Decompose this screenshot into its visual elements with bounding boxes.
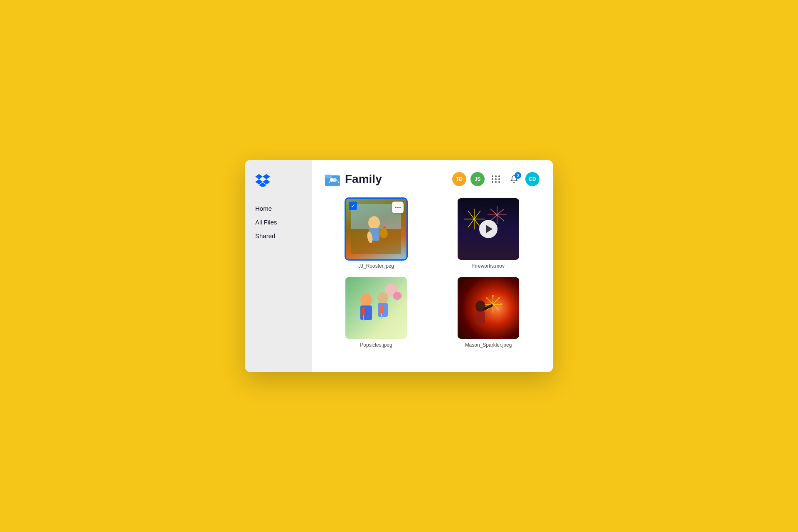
header-left: Family [325, 172, 382, 187]
svg-point-30 [393, 292, 401, 300]
thumbnail-rooster[interactable]: ✓ [345, 198, 407, 260]
sidebar-item-home[interactable]: Home [255, 205, 302, 212]
play-overlay[interactable] [479, 220, 498, 238]
header-right: TD JS [452, 172, 539, 186]
svg-point-9 [379, 228, 388, 238]
svg-point-50 [500, 303, 502, 305]
thumbnail-popsicles[interactable] [345, 277, 407, 339]
svg-rect-35 [362, 307, 365, 315]
svg-rect-53 [476, 311, 485, 324]
svg-rect-1 [325, 175, 332, 178]
svg-point-31 [360, 294, 372, 306]
checkmark-icon: ✓ [351, 203, 355, 209]
svg-point-51 [486, 297, 488, 299]
play-icon [486, 225, 493, 233]
avatar-js[interactable]: JS [470, 172, 485, 186]
user-avatar[interactable]: CD [525, 172, 539, 186]
header: Family TD JS [325, 172, 539, 187]
dropbox-logo [255, 173, 302, 188]
file-name-fireworks: Fireworks.mov [472, 263, 505, 269]
file-name-rooster: JJ_Rooster.jpeg [358, 263, 394, 269]
svg-point-48 [492, 295, 494, 297]
app-window: Home All Files Shared Family TD JS [245, 160, 553, 372]
thumbnail-sparkler[interactable] [458, 277, 519, 339]
file-name-popsicles: Popsicles.jpeg [360, 342, 392, 348]
svg-rect-28 [345, 277, 407, 339]
grid-icon [492, 175, 500, 183]
file-item-rooster[interactable]: ✓ [325, 198, 427, 269]
notification-button[interactable]: 3 [507, 172, 521, 186]
main-content: Family TD JS [312, 160, 553, 372]
shared-folder-icon [325, 172, 340, 187]
svg-point-6 [368, 216, 380, 229]
svg-point-49 [498, 297, 500, 299]
notification-badge: 3 [515, 172, 521, 179]
file-item-sparkler[interactable]: Mason_Sparkler.jpeg [437, 277, 539, 348]
file-name-sparkler: Mason_Sparkler.jpeg [465, 342, 512, 348]
sidebar-item-shared[interactable]: Shared [255, 232, 302, 239]
more-button-rooster[interactable] [392, 202, 404, 213]
sidebar-nav: Home All Files Shared [255, 205, 302, 246]
file-item-fireworks[interactable]: Fireworks.mov [437, 198, 539, 269]
avatar-td[interactable]: TD [452, 172, 466, 186]
files-grid: ✓ [325, 198, 539, 348]
page-title: Family [345, 172, 382, 186]
thumbnail-fireworks[interactable] [458, 198, 519, 260]
svg-point-33 [377, 292, 388, 304]
checkbox-rooster[interactable]: ✓ [349, 202, 357, 210]
more-dots-icon [395, 207, 401, 208]
sidebar-item-all-files[interactable]: All Files [255, 219, 302, 226]
sidebar: Home All Files Shared [245, 160, 312, 372]
apps-icon-button[interactable] [489, 172, 503, 186]
svg-rect-37 [380, 305, 383, 313]
file-item-popsicles[interactable]: Popsicles.jpeg [325, 277, 427, 348]
